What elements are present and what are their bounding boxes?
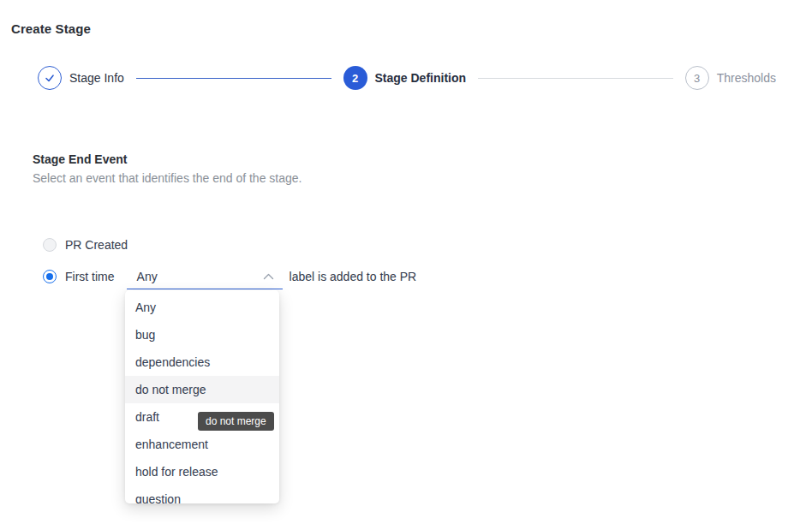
step-number-2: 2: [343, 66, 367, 90]
radio-option-pr-created[interactable]: PR Created: [43, 237, 128, 253]
step-stage-info[interactable]: Stage Info: [38, 66, 124, 90]
chevron-up-icon: [263, 273, 274, 280]
step-label-thresholds: Thresholds: [717, 71, 776, 85]
radio-label-first-time: First time: [65, 270, 115, 283]
dropdown-option-dependencies[interactable]: dependencies: [125, 348, 279, 376]
section-heading: Stage End Event: [33, 152, 127, 166]
radio-checked-icon[interactable]: [43, 270, 57, 283]
step-stage-definition[interactable]: 2 Stage Definition: [343, 66, 467, 90]
page-title: Create Stage: [11, 21, 91, 36]
radio-label-pr-created: PR Created: [65, 238, 128, 252]
label-select[interactable]: Any: [127, 264, 283, 289]
label-dropdown-panel: Any bug dependencies do not merge draft …: [125, 290, 279, 503]
do-not-merge-tooltip: do not merge: [198, 412, 274, 431]
step-thresholds[interactable]: 3 Thresholds: [685, 66, 776, 90]
step-connector-done: [136, 78, 331, 79]
step-label-stage-info: Stage Info: [69, 71, 124, 85]
dropdown-option-enhancement[interactable]: enhancement: [125, 431, 279, 458]
label-select-suffix-text: label is added to the PR: [290, 270, 417, 283]
step-connector-todo: [478, 78, 673, 79]
dropdown-option-any[interactable]: Any: [125, 294, 279, 321]
radio-unchecked-icon[interactable]: [43, 238, 57, 252]
dropdown-option-do-not-merge[interactable]: do not merge: [125, 376, 279, 403]
step-label-stage-definition: Stage Definition: [375, 71, 467, 85]
label-select-value: Any: [137, 270, 158, 283]
step-complete-check-icon: [38, 66, 62, 90]
dropdown-option-hold-for-release[interactable]: hold for release: [125, 458, 279, 485]
section-description: Select an event that identifies the end …: [33, 171, 302, 185]
dropdown-option-question[interactable]: question: [125, 485, 279, 503]
radio-option-first-time[interactable]: First time Any label is added to the PR: [43, 264, 416, 289]
stepper: Stage Info 2 Stage Definition 3 Threshol…: [38, 66, 776, 90]
step-number-3: 3: [685, 66, 709, 90]
dropdown-option-bug[interactable]: bug: [125, 321, 279, 348]
